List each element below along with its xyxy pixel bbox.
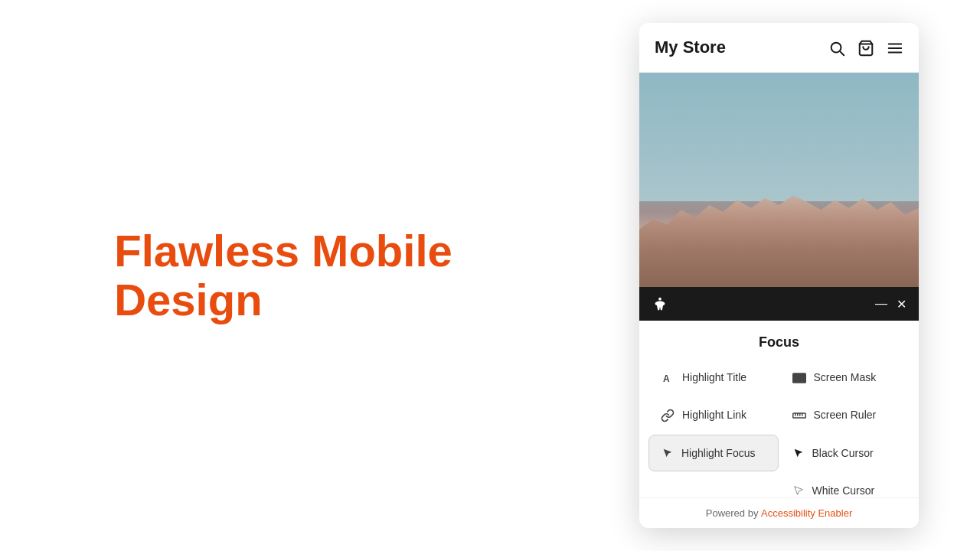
black-cursor-item[interactable]: Black Cursor: [780, 435, 910, 471]
accessibility-enabler-link[interactable]: Accessibility Enabler: [761, 507, 852, 519]
highlight-focus-label: Highlight Focus: [681, 447, 756, 459]
store-header: My Store: [639, 23, 919, 73]
hero-title: Flawless Mobile Design: [114, 227, 452, 324]
highlight-link-item[interactable]: Highlight Link: [648, 397, 779, 433]
screen-ruler-icon: [792, 408, 806, 422]
minimize-button[interactable]: —: [875, 297, 887, 311]
accessibility-toolbar: — ✕: [639, 287, 919, 321]
screen-ruler-label: Screen Ruler: [814, 409, 877, 421]
black-cursor-icon: [792, 445, 805, 460]
black-cursor-label: Black Cursor: [812, 447, 874, 459]
white-cursor-label: White Cursor: [812, 484, 875, 497]
accessibility-icon: [652, 295, 668, 313]
menu-icon[interactable]: [887, 38, 903, 57]
powered-by-text: Powered by: [706, 507, 761, 519]
close-button[interactable]: ✕: [897, 297, 906, 311]
svg-line-1: [840, 51, 844, 55]
hero-image: [639, 73, 919, 287]
highlight-title-item[interactable]: A Highlight Title: [648, 360, 779, 396]
focus-panel: Focus A Highlight Title Screen Mask: [639, 321, 919, 497]
highlight-focus-icon: [662, 446, 674, 460]
highlight-link-icon: [661, 408, 675, 422]
highlight-link-label: Highlight Link: [682, 409, 746, 421]
screen-mask-icon: [792, 370, 806, 384]
powered-by-footer: Powered by Accessibility Enabler: [639, 497, 919, 528]
highlight-title-label: Highlight Title: [682, 371, 746, 383]
hero-section: Flawless Mobile Design: [0, 0, 567, 551]
white-cursor-icon: [792, 484, 805, 497]
focus-panel-title: Focus: [639, 321, 919, 360]
search-icon[interactable]: [828, 38, 845, 57]
header-icons: [828, 38, 903, 57]
mobile-frame: My Store: [639, 23, 919, 528]
cart-icon[interactable]: [858, 38, 874, 57]
highlight-focus-item[interactable]: Highlight Focus: [648, 435, 779, 471]
screen-ruler-item[interactable]: Screen Ruler: [780, 397, 910, 433]
accessibility-controls: — ✕: [875, 297, 906, 311]
svg-rect-8: [792, 373, 806, 383]
screen-mask-label: Screen Mask: [814, 371, 877, 383]
store-title: My Store: [655, 37, 726, 57]
svg-text:A: A: [663, 373, 670, 383]
svg-point-6: [658, 298, 662, 301]
focus-grid: A Highlight Title Screen Mask: [639, 360, 919, 497]
highlight-title-icon: A: [661, 370, 675, 385]
white-cursor-item[interactable]: White Cursor: [780, 473, 910, 497]
screen-mask-item[interactable]: Screen Mask: [780, 360, 910, 396]
